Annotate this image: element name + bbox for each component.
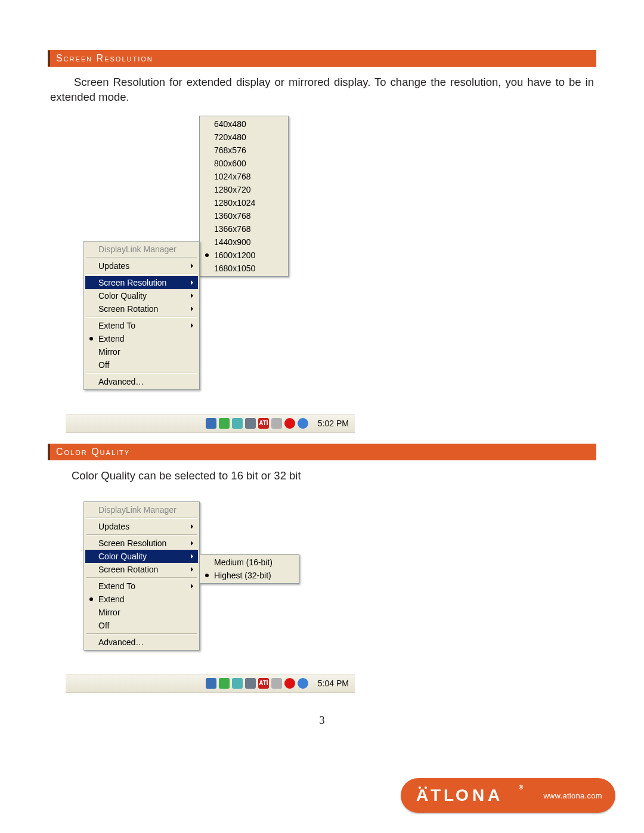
menu-separator xyxy=(86,257,197,258)
footer: A T L O N A ® www.atlona.com xyxy=(0,778,644,813)
tray-teal-icon[interactable] xyxy=(232,418,243,429)
svg-point-7 xyxy=(425,786,427,789)
page-number: 3 xyxy=(0,714,644,727)
color-quality-option[interactable]: Medium (16-bit) xyxy=(201,556,298,569)
menu-item-advanced[interactable]: Advanced… xyxy=(85,375,198,388)
taskbar-1: ATI 5:02 PM xyxy=(66,414,355,433)
color-quality-option[interactable]: Highest (32-bit) xyxy=(201,569,298,582)
tray-flag-icon[interactable] xyxy=(206,678,216,689)
resolution-option[interactable]: 1366x768 xyxy=(201,222,287,236)
section1-paragraph: Screen Resolution for extended display o… xyxy=(48,75,596,105)
system-tray-icons: ATI xyxy=(206,418,308,429)
submenu-arrow-icon xyxy=(191,264,193,268)
section2-paragraph: Color Quality can be selected to 16 bit … xyxy=(48,469,596,484)
menu-item-screen-rotation[interactable]: Screen Rotation xyxy=(85,563,198,576)
resolution-option[interactable]: 1360x768 xyxy=(201,209,287,222)
displaylink-context-menu-2[interactable]: DisplayLink Manager UpdatesScreen Resolu… xyxy=(83,501,200,651)
displaylink-context-menu-1[interactable]: DisplayLink Manager UpdatesScreen Resolu… xyxy=(83,241,200,390)
menu-item-extend[interactable]: Extend xyxy=(85,332,198,345)
resolution-option[interactable]: 1440x900 xyxy=(201,236,287,249)
tray-globe-icon[interactable] xyxy=(298,418,308,429)
radio-bullet-icon xyxy=(89,337,93,340)
tray-green-icon[interactable] xyxy=(219,678,230,689)
resolution-option[interactable]: 1600x1200 xyxy=(201,249,287,262)
footer-url: www.atlona.com xyxy=(543,791,602,800)
menu-item-screen-resolution[interactable]: Screen Resolution xyxy=(85,537,198,550)
menu-item-off[interactable]: Off xyxy=(85,358,198,371)
menu-title: DisplayLink Manager xyxy=(85,243,198,256)
resolution-option[interactable]: 1280x1024 xyxy=(201,196,287,209)
tray-red-ball-icon[interactable] xyxy=(284,678,295,689)
menu-separator xyxy=(86,274,197,275)
menu-item-updates[interactable]: Updates xyxy=(85,259,198,272)
menu-separator xyxy=(86,633,197,634)
resolution-option[interactable]: 720x480 xyxy=(201,131,287,144)
submenu-arrow-icon xyxy=(191,323,193,328)
screenshot-color-quality: DisplayLink Manager UpdatesScreen Resolu… xyxy=(83,501,394,692)
registered-mark-icon: ® xyxy=(519,784,527,791)
submenu-arrow-icon xyxy=(191,584,193,589)
resolution-option[interactable]: 1024x768 xyxy=(201,170,287,183)
menu-item-extend-to[interactable]: Extend To xyxy=(85,319,198,332)
radio-bullet-icon xyxy=(89,597,93,601)
menu-item-screen-resolution[interactable]: Screen Resolution xyxy=(85,276,198,289)
menu-separator xyxy=(86,518,197,519)
tray-msn-icon[interactable] xyxy=(245,678,256,689)
taskbar-2: ATI 5:04 PM xyxy=(66,674,355,693)
submenu-arrow-icon xyxy=(191,541,193,546)
svg-point-6 xyxy=(419,786,421,789)
tray-green-icon[interactable] xyxy=(219,418,230,429)
resolution-option[interactable]: 768x576 xyxy=(201,144,287,157)
menu-item-mirror[interactable]: Mirror xyxy=(85,606,198,619)
resolution-option[interactable]: 1680x1050 xyxy=(201,262,287,275)
menu-separator xyxy=(86,317,197,318)
menu-title: DisplayLink Manager xyxy=(85,503,198,516)
submenu-arrow-icon xyxy=(191,524,193,529)
menu-item-extend-to[interactable]: Extend To xyxy=(85,580,198,593)
resolution-option[interactable]: 800x600 xyxy=(201,157,287,170)
section-header-screen-resolution: Screen Resolution xyxy=(48,50,596,67)
tray-silver-icon[interactable] xyxy=(271,418,282,429)
menu-item-screen-rotation[interactable]: Screen Rotation xyxy=(85,302,198,315)
menu-item-updates[interactable]: Updates xyxy=(85,520,198,533)
tray-ati-icon[interactable]: ATI xyxy=(258,418,269,429)
svg-text:A: A xyxy=(416,786,432,804)
tray-teal-icon[interactable] xyxy=(232,678,243,689)
tray-red-ball-icon[interactable] xyxy=(284,418,295,429)
menu-separator xyxy=(86,534,197,535)
radio-bullet-icon xyxy=(205,253,209,257)
tray-globe-icon[interactable] xyxy=(298,678,308,689)
menu-separator xyxy=(86,373,197,374)
menu-separator xyxy=(86,577,197,578)
system-tray-icons: ATI xyxy=(206,678,308,689)
tray-ati-icon[interactable]: ATI xyxy=(258,678,269,689)
svg-text:N: N xyxy=(472,786,488,804)
menu-item-off[interactable]: Off xyxy=(85,619,198,632)
menu-item-extend[interactable]: Extend xyxy=(85,593,198,606)
submenu-arrow-icon xyxy=(191,306,193,311)
taskbar-clock-2: 5:04 PM xyxy=(314,679,349,688)
radio-bullet-icon xyxy=(205,574,209,577)
section-header-color-quality: Color Quality xyxy=(48,444,596,460)
menu-item-mirror[interactable]: Mirror xyxy=(85,345,198,358)
menu-item-color-quality[interactable]: Color Quality xyxy=(85,289,198,302)
svg-text:A: A xyxy=(488,786,503,804)
submenu-arrow-icon xyxy=(191,567,193,572)
svg-text:O: O xyxy=(456,786,472,804)
tray-flag-icon[interactable] xyxy=(206,418,216,429)
color-quality-submenu[interactable]: Medium (16-bit)Highest (32-bit) xyxy=(199,554,299,584)
tray-msn-icon[interactable] xyxy=(245,418,256,429)
resolution-option[interactable]: 640x480 xyxy=(201,117,287,131)
footer-pill: A T L O N A ® www.atlona.com xyxy=(401,778,615,813)
submenu-arrow-icon xyxy=(191,554,193,559)
svg-text:T: T xyxy=(431,786,444,804)
taskbar-clock-1: 5:02 PM xyxy=(314,419,349,428)
resolution-option[interactable]: 1280x720 xyxy=(201,183,287,196)
menu-item-color-quality[interactable]: Color Quality xyxy=(85,550,198,563)
submenu-arrow-icon xyxy=(191,280,193,285)
menu-item-advanced[interactable]: Advanced… xyxy=(85,636,198,649)
screenshot-screen-resolution: 640x480720x480768x576800x6001024x7681280… xyxy=(83,116,394,432)
tray-silver-icon[interactable] xyxy=(271,678,282,689)
submenu-arrow-icon xyxy=(191,293,193,298)
resolution-submenu[interactable]: 640x480720x480768x576800x6001024x7681280… xyxy=(199,116,289,277)
